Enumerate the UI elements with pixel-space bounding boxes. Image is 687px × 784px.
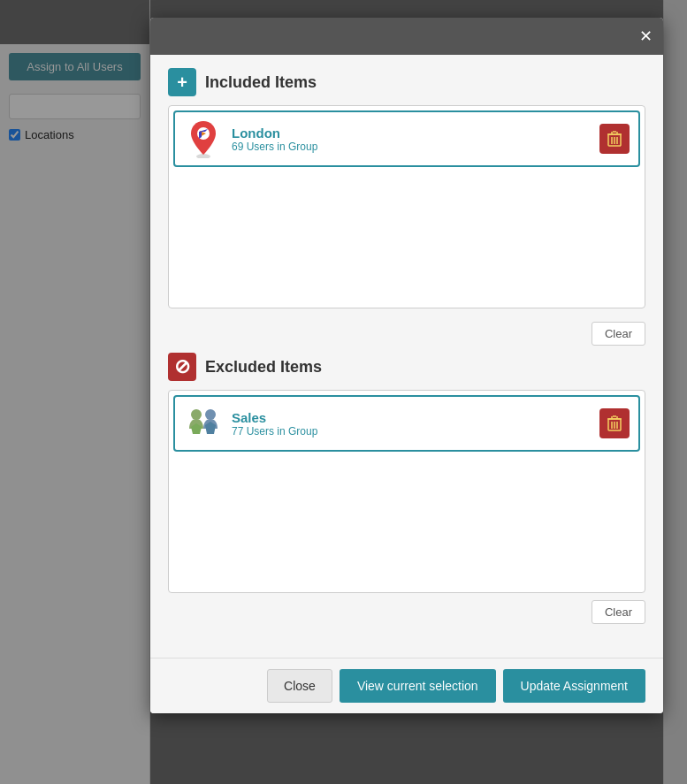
included-items-section: + Included Items [168, 68, 645, 308]
update-assignment-button[interactable]: Update Assignment [503, 669, 645, 703]
london-subtext: 69 Users in Group [232, 141, 591, 153]
excluded-section-title: Excluded Items [205, 358, 322, 377]
sales-icon-area [184, 404, 223, 443]
included-icon: + [168, 68, 196, 96]
modal-body: + Included Items [150, 55, 663, 658]
excluded-items-list: Sales 77 Users in Group [168, 390, 645, 593]
modal-title-bar: ✕ [150, 18, 663, 55]
included-items-list: London 69 Users in Group [168, 105, 645, 308]
svg-point-11 [205, 409, 216, 420]
svg-point-10 [191, 409, 202, 420]
london-delete-button[interactable] [599, 124, 630, 154]
trash-icon-sales [607, 415, 622, 431]
modal-dialog: ✕ + Included Items [150, 18, 663, 713]
clear-excluded-top-button[interactable]: Clear [592, 322, 645, 346]
london-icon-area [184, 119, 223, 158]
excluded-section-header: ⊘ Excluded Items [168, 353, 645, 381]
modal-footer: Close View current selection Update Assi… [150, 658, 663, 713]
people-icon [184, 404, 223, 443]
london-item-info: London 69 Users in Group [232, 126, 591, 153]
included-section-title: Included Items [205, 73, 317, 92]
london-name: London [232, 126, 591, 141]
trash-icon [607, 131, 622, 147]
sales-item-info: Sales 77 Users in Group [232, 410, 591, 438]
included-section-header: + Included Items [168, 68, 645, 96]
sales-subtext: 77 Users in Group [232, 425, 591, 438]
excluded-items-section: Clear ⊘ Excluded Items [168, 322, 645, 631]
clear-excluded-bottom-button[interactable]: Clear [592, 600, 645, 624]
map-pin-icon [187, 119, 219, 158]
sales-delete-button[interactable] [599, 408, 630, 438]
close-button[interactable]: Close [267, 669, 332, 703]
modal-close-x-button[interactable]: ✕ [639, 28, 653, 44]
view-current-selection-button[interactable]: View current selection [340, 669, 496, 703]
excluded-item-sales: Sales 77 Users in Group [173, 395, 640, 452]
excluded-icon: ⊘ [168, 353, 196, 381]
included-item-london: London 69 Users in Group [173, 110, 640, 167]
sales-name: Sales [232, 410, 591, 425]
